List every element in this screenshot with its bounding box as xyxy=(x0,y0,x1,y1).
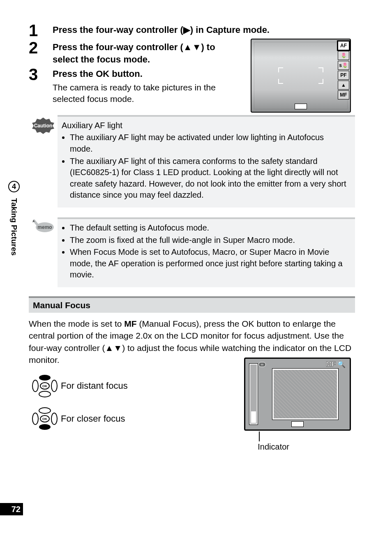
distant-focus-label: For distant focus xyxy=(61,381,128,391)
magnified-frame xyxy=(272,369,338,420)
step-title-text: Press the four-way controller ( xyxy=(53,25,183,35)
svg-text:OK: OK xyxy=(42,384,47,388)
focus-mode-strip: AF 🌷 s🌷 PF ▲ MF xyxy=(338,40,349,100)
updown-arrow-glyph: ▲▼ xyxy=(183,42,201,52)
mode-af: AF xyxy=(338,41,349,50)
svg-text:memo: memo xyxy=(37,224,52,230)
caution-icon: Caution xyxy=(31,117,55,134)
svg-point-10 xyxy=(39,408,51,413)
svg-point-7 xyxy=(51,380,57,392)
battery-icon xyxy=(295,104,307,109)
mode-mountain: ▲ xyxy=(338,81,349,90)
caution-bullet: The auxiliary AF light of this camera co… xyxy=(70,156,348,201)
svg-point-11 xyxy=(39,424,51,430)
focus-indicator-gauge xyxy=(249,364,258,425)
controller-up-icon: OK xyxy=(32,374,58,398)
memo-bullet: The default setting is Autofocus mode. xyxy=(70,222,348,234)
controller-down-icon: OK xyxy=(32,407,58,431)
step-title-text: ) in Capture mode. xyxy=(190,25,270,35)
step-number: 3 xyxy=(29,66,53,83)
svg-text:OK: OK xyxy=(42,417,47,421)
af-brackets-icon xyxy=(278,67,323,84)
memo-icon: memo xyxy=(32,219,55,233)
lcd-preview-focus-modes: AF 🌷 s🌷 PF ▲ MF xyxy=(251,39,351,113)
battery-icon xyxy=(291,421,304,427)
memo-block: memo The default setting is Autofocus mo… xyxy=(29,217,355,287)
mode-mf: MF xyxy=(338,90,349,99)
mode-macro: 🌷 xyxy=(338,51,349,60)
page-number: 72 xyxy=(0,503,23,515)
step-description: The camera is ready to take pictures in … xyxy=(53,82,233,105)
memo-bullet: The zoom is fixed at the full wide-angle… xyxy=(70,235,348,246)
updown-arrow-glyph: ▲▼ xyxy=(105,343,122,353)
caution-bullet: The auxiliary AF light may be activated … xyxy=(70,132,348,155)
caution-subtitle: Auxiliary AF light xyxy=(62,120,348,132)
svg-point-4 xyxy=(39,375,51,381)
caution-block: Caution Auxiliary AF light The auxiliary… xyxy=(29,115,355,208)
svg-point-5 xyxy=(39,391,51,397)
infinity-icon: ∞ xyxy=(258,362,266,367)
step-title-text: Press the four-way controller ( xyxy=(53,42,183,52)
right-arrow-glyph: ▶ xyxy=(183,25,190,35)
lcd-preview-manual-focus: MF 🔍 ∞ xyxy=(244,358,351,431)
indicator-leader-line xyxy=(259,432,260,441)
section-header: Manual Focus xyxy=(29,296,355,313)
svg-point-13 xyxy=(51,413,57,425)
svg-point-6 xyxy=(32,380,38,392)
mf-label: MF xyxy=(326,361,335,368)
mode-super-macro: s🌷 xyxy=(338,61,349,70)
mode-pf: PF xyxy=(338,71,349,80)
step-1: 1 Press the four-way controller (▶) in C… xyxy=(29,22,355,39)
closer-focus-label: For closer focus xyxy=(61,413,125,424)
step-number: 2 xyxy=(29,39,53,56)
step-number: 1 xyxy=(29,22,53,39)
svg-point-12 xyxy=(32,413,38,425)
svg-text:Caution: Caution xyxy=(34,123,53,129)
memo-bullet: When Focus Mode is set to Autofocus, Mac… xyxy=(70,247,348,281)
mf-glyph: MF xyxy=(124,319,136,328)
indicator-label: Indicator xyxy=(258,442,289,452)
magnify-icon: 🔍 xyxy=(337,361,346,368)
